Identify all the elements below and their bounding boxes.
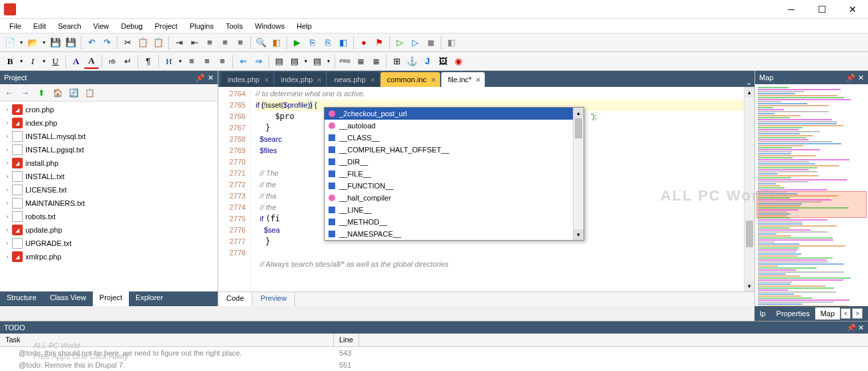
highlight-button[interactable]: A [84, 54, 99, 69]
justify-center-icon[interactable]: ▤ [287, 54, 302, 69]
left-tab-structure[interactable]: Structure [0, 291, 43, 306]
tree-item[interactable]: ›◢cron.php [0, 103, 218, 116]
autocomplete-item[interactable]: __FILE__ [324, 168, 584, 180]
align-right-icon[interactable]: ≡ [215, 54, 230, 69]
pre-button[interactable]: PRE [338, 54, 353, 69]
scroll-down-icon[interactable]: ▾ [574, 229, 584, 240]
editor-tab[interactable]: common.inc✕ [381, 72, 440, 87]
paragraph-button[interactable]: ¶ [141, 54, 156, 69]
scroll-up-icon[interactable]: ▴ [744, 87, 754, 98]
forward-icon[interactable]: → [19, 86, 32, 100]
tree-item[interactable]: ›INSTALL.pgsql.txt [0, 143, 218, 156]
todo-row[interactable]: @todo: Remove this in Drupal 7.551 [0, 359, 868, 371]
expand-icon[interactable]: › [3, 146, 12, 153]
expand-icon[interactable]: › [3, 213, 12, 220]
scroll-up-icon[interactable]: ▴ [574, 108, 584, 118]
justify-right-icon[interactable]: ▤ [310, 54, 324, 69]
up-icon[interactable]: ⬆ [35, 86, 48, 100]
copy-icon[interactable]: 📋 [136, 35, 150, 50]
left-tab-project[interactable]: Project [93, 291, 129, 306]
close-tab-icon[interactable]: ✕ [370, 76, 375, 84]
menu-tools[interactable]: Tools [220, 21, 248, 31]
step-over-icon[interactable]: ⎘ [320, 35, 335, 50]
home-icon[interactable]: 🏠 [51, 86, 64, 100]
editor-scrollbar[interactable]: ▴ ▾ [744, 87, 754, 291]
tree-item[interactable]: ›◢xmlrpc.php [0, 250, 218, 263]
dropdown-icon[interactable]: ▾ [302, 54, 309, 69]
autocomplete-item[interactable]: __DIR__ [324, 156, 584, 168]
nbsp-button[interactable]: nb [105, 54, 120, 69]
scroll-down-icon[interactable]: ▾ [744, 281, 754, 291]
expand-icon[interactable]: › [3, 160, 12, 166]
refresh-icon[interactable]: 🔄 [67, 86, 80, 100]
scroll-thumb[interactable] [575, 118, 582, 138]
line-column[interactable]: Line [334, 334, 359, 346]
image-icon[interactable]: 🖼 [435, 54, 450, 69]
close-tab-icon[interactable]: ✕ [264, 76, 269, 84]
flash-icon[interactable]: ◉ [451, 54, 465, 69]
stop-icon[interactable]: ◼ [423, 35, 438, 50]
step-icon[interactable]: ⎘ [305, 35, 320, 50]
tree-item[interactable]: ›◢index.php [0, 116, 218, 130]
align-center-icon[interactable]: ≡ [200, 54, 214, 69]
tree-item[interactable]: ›robots.txt [0, 210, 218, 223]
italic-button[interactable]: I [25, 54, 40, 69]
left-tab-class-view[interactable]: Class View [43, 291, 93, 306]
code-tab[interactable]: Code [218, 292, 252, 306]
anchor-icon[interactable]: ⚓ [405, 54, 419, 69]
redo-icon[interactable]: ↷ [99, 35, 114, 50]
breakpoints-icon[interactable]: ⚑ [372, 35, 387, 50]
tree-item[interactable]: ›UPGRADE.txt [0, 237, 218, 250]
dropdown-icon[interactable]: ▾ [177, 54, 184, 69]
expand-icon[interactable]: › [3, 133, 12, 140]
menu-debug[interactable]: Debug [116, 21, 148, 31]
close-tab-icon[interactable]: ✕ [316, 76, 322, 84]
expand-icon[interactable]: › [3, 187, 12, 193]
pause-icon[interactable]: ▷ [408, 35, 423, 50]
properties-tab[interactable]: Properties [771, 307, 815, 320]
close-icon[interactable]: ✕ [858, 74, 864, 82]
close-button[interactable]: ✕ [837, 0, 868, 19]
autocomplete-item[interactable]: __NAMESPACE__ [324, 228, 584, 240]
expand-icon[interactable]: › [3, 173, 12, 180]
font-color-button[interactable]: A [69, 54, 83, 69]
dropdown-icon[interactable]: ▾ [325, 54, 332, 69]
script-j-button[interactable]: J [420, 54, 435, 69]
undo-icon[interactable]: ↶ [84, 35, 99, 50]
close-icon[interactable]: ✕ [208, 74, 214, 82]
heading-button[interactable]: H [162, 54, 176, 69]
outdent-icon[interactable]: ⇤ [187, 35, 202, 50]
pin-icon[interactable]: 📌 [196, 74, 205, 82]
tree-item[interactable]: ›◢install.php [0, 156, 218, 170]
close-tab-icon[interactable]: ✕ [475, 76, 481, 84]
expand-icon[interactable]: › [3, 253, 12, 260]
lp-tab[interactable]: lp [754, 307, 771, 320]
back-icon[interactable]: ← [3, 86, 16, 100]
pin-icon[interactable]: 📌 [847, 324, 856, 332]
find-icon[interactable]: 🔍 [254, 35, 268, 50]
open-icon[interactable]: 📂 [25, 35, 40, 50]
bold-button[interactable]: B [3, 54, 17, 69]
minimap[interactable] [755, 84, 868, 306]
expand-icon[interactable]: › [3, 106, 12, 113]
dropdown-icon[interactable]: ▾ [41, 54, 47, 69]
step-out-icon[interactable]: ◧ [336, 35, 351, 50]
code-editor[interactable]: // to determine what one is active. if (… [250, 87, 744, 291]
sync-icon[interactable]: 📋 [83, 86, 96, 100]
autocomplete-scrollbar[interactable]: ▴▾ [573, 108, 584, 240]
autocomplete-item[interactable]: __METHOD__ [324, 216, 584, 228]
editor-tab[interactable]: news.php✕ [327, 72, 379, 87]
autocomplete-item[interactable]: __halt_compiler [324, 192, 584, 204]
expand-icon[interactable]: › [3, 227, 12, 233]
format-icon[interactable]: ≡ [233, 35, 248, 50]
todo-row[interactable]: @todo: this should not be here. we need … [0, 347, 868, 359]
menu-windows[interactable]: Windows [250, 21, 290, 31]
tab-overflow-icon[interactable]: ⌄ [742, 78, 754, 87]
menu-help[interactable]: Help [291, 21, 317, 31]
list-ul-icon[interactable]: ≣ [353, 54, 368, 69]
run-icon[interactable]: ▶ [290, 35, 304, 50]
list-ol-icon[interactable]: ≣ [369, 54, 383, 69]
menu-search[interactable]: Search [53, 21, 87, 31]
autocomplete-popup[interactable]: _2checkout_post_url__autoload__CLASS____… [324, 107, 584, 241]
menu-file[interactable]: File [4, 21, 27, 31]
